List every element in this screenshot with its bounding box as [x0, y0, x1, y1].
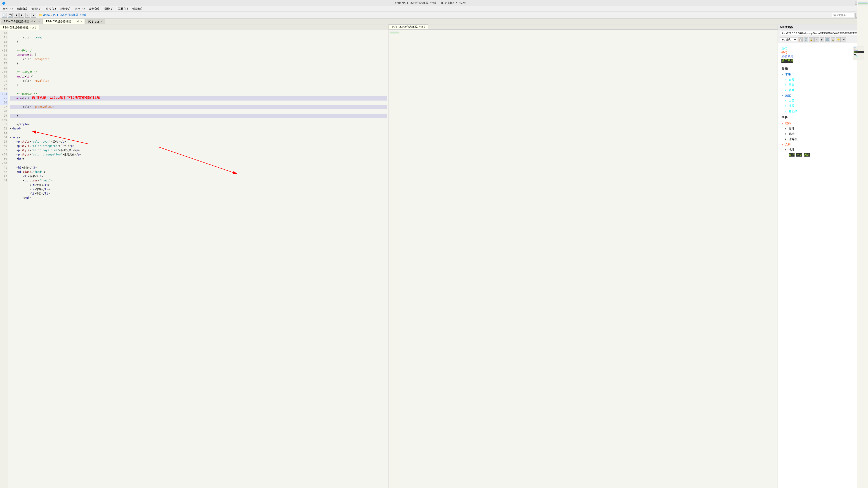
editor-left-tab[interactable]: P24-CSS组合选择器.html [0, 25, 39, 30]
editor-right-tab[interactable]: P24-CSS组合选择器.html [389, 24, 428, 29]
veg-item: 蔬菜 [785, 93, 864, 98]
ln20: 20 [0, 74, 8, 79]
code-line-15: color: orangered; [10, 58, 51, 61]
menu-publish[interactable]: 发行(U) [87, 6, 101, 11]
url-input[interactable] [780, 31, 866, 35]
browser-title: Web浏览器 [780, 25, 793, 29]
tab-p21css[interactable]: P21.css ✕ [85, 19, 105, 24]
bookmark-button[interactable]: ☆ [25, 13, 30, 18]
ln15: 15 [0, 53, 8, 57]
menu-find[interactable]: 查找(I) [44, 6, 58, 11]
fold-30[interactable]: ▼ [2, 119, 3, 122]
code-line-44: </ul> [10, 196, 31, 199]
editor-right-tabs: P24-CSS组合选择器.html [389, 24, 778, 30]
tab-p21css-close[interactable]: ✕ [101, 20, 102, 23]
save-button[interactable]: 💾 [8, 13, 13, 18]
breadcrumb-sep1: › [51, 13, 52, 17]
browser-content: 后代 子代 相邻兄弟 通用兄弟 食物 • 水果 ◦ 香蕉 后代 子代 相邻兄弟 … [778, 43, 868, 488]
arts-item: 文科 [785, 142, 864, 147]
browser-star-icon[interactable]: ⭐ [836, 37, 841, 42]
tab-p23[interactable]: P23-CSS基础选择器.html ✕ [1, 19, 43, 24]
ln38: ▼38 [0, 153, 8, 157]
fold-40[interactable]: ▼ [2, 162, 3, 165]
sci-jisuanji: 计算机 [789, 136, 864, 142]
browser-forward-icon[interactable]: ▶ [820, 37, 825, 42]
fruit-sublist: 香蕉 苹果 香梨 [789, 77, 864, 93]
ln29: 29 [0, 113, 8, 118]
menu-edit[interactable]: 编辑(E) [16, 6, 29, 11]
science-sublist: 物理 化学 计算机 [789, 126, 864, 142]
fruit-xiangli: 香梨 [789, 88, 864, 93]
ln23: 23 [0, 88, 8, 92]
ln18: 18 [0, 66, 8, 70]
ln16: 16 [0, 57, 8, 61]
menu-tools[interactable]: 工具(T) [116, 6, 130, 11]
editor-left-content[interactable]: 10 11 12 13 ▼14 15 16 17 18 ▼19 20 21 22… [0, 30, 389, 488]
code-line-13: /* 子代 */ [10, 49, 32, 52]
browser-menu-icon[interactable]: ≡ [842, 37, 846, 42]
ln12: 12 [0, 40, 8, 44]
menu-file[interactable]: 文件(F) [1, 6, 15, 11]
veg-sublist: 白菜 油菜 卷心菜 [789, 98, 864, 114]
tab-p24-close[interactable]: ✕ [81, 20, 82, 23]
code-line-10: color: cyan; [10, 36, 43, 39]
code-line-11: } [10, 40, 18, 43]
code-line-34: <p style="color:greenyellow">通用兄弟</p> [10, 153, 81, 156]
menu-run[interactable]: 运行(R) [73, 6, 87, 11]
ln41: 41 [0, 166, 8, 170]
editor-right-tab-label: P24-CSS组合选择器.html [392, 25, 425, 29]
browser-reload-icon[interactable]: 🔄 [825, 37, 830, 42]
browser-refresh-icon[interactable]: 🔄 [804, 37, 808, 42]
minimap-right [389, 30, 400, 488]
code-text-left[interactable]: color: cyan; } /* 子代 */ .course>li { col… [8, 30, 389, 488]
tab-p21css-label: P21.css [88, 20, 100, 23]
window-title: demo/P24-CSS组合选择器.html - HBuilder X 4.29 [6, 1, 855, 5]
code-line-14: .course>li { [10, 53, 36, 57]
editor-left-tab-label: P24-CSS组合选择器.html [3, 26, 36, 30]
menu-goto[interactable]: 跳转(G) [59, 6, 72, 11]
toolbar: 📄 💾 ◀ ▶ ☆ ▶ 📁 demo › P24-CSS组合选择器.html ▼… [0, 12, 868, 19]
breadcrumb-icon: 📁 [39, 13, 42, 17]
menu-view[interactable]: 视图(V) [102, 6, 116, 11]
file-search-input[interactable] [832, 13, 855, 17]
ln19: ▼19 [0, 70, 8, 74]
forward-button[interactable]: ▶ [20, 13, 24, 18]
menu-select[interactable]: 选择(S) [30, 6, 43, 11]
arts-dili: 地理 [789, 147, 864, 152]
veg-juanxincai: 卷心菜 [789, 109, 864, 114]
ln39: 39 [0, 157, 8, 161]
run-button[interactable]: ▶ [31, 13, 36, 18]
sci-huaxue: 化学 [789, 131, 864, 136]
breadcrumb-demo[interactable]: demo [43, 13, 50, 17]
fold-19[interactable]: ▼ [2, 71, 3, 74]
code-line-38: <ul class="food" > [10, 170, 46, 173]
sci-wuli: 物理 [789, 126, 864, 131]
fold-14[interactable]: ▼ [2, 49, 3, 52]
ln36: 36 [0, 144, 8, 148]
ln11: 11 [0, 35, 8, 40]
ln33: 33 [0, 131, 8, 135]
back-button[interactable]: ◀ [13, 13, 19, 18]
ln43: 43 [0, 174, 8, 178]
new-file-button[interactable]: 📄 [2, 13, 7, 18]
editor-right: P24-CSS组合选择器.html ▼46 47 48 49 50 51 52 … [389, 24, 778, 488]
tab-p23-close[interactable]: ✕ [38, 20, 40, 23]
tab-p24[interactable]: P24-CSS组合选择器.html ✕ [43, 19, 85, 24]
line-numbers-left: 10 11 12 13 ▼14 15 16 17 18 ▼19 20 21 22… [0, 30, 8, 488]
browser-lock-icon[interactable]: 🔒 [809, 37, 813, 42]
menu-help[interactable]: 帮助(H) [130, 6, 145, 11]
code-line-32: <p style="color:orangered">子代 </p> [10, 144, 74, 148]
browser-mode-select[interactable]: PC模式 移动模式 [780, 37, 797, 42]
title-bar: 🔷 demo/P24-CSS组合选择器.html - HBuilder X 4.… [0, 0, 868, 6]
breadcrumb-file[interactable]: P24-CSS组合选择器.html [53, 13, 86, 17]
code-line-43: <li>香梨</li> [10, 192, 50, 195]
ln30: ▼30 [0, 118, 8, 122]
fruit-pingguo: 苹果 [789, 82, 864, 88]
breadcrumb: 📁 demo › P24-CSS组合选择器.html [39, 13, 86, 17]
fold-24[interactable]: ▼ [2, 92, 3, 96]
arts-lishi: 历史 [796, 153, 802, 157]
fold-38[interactable]: ▼ [2, 153, 3, 156]
browser-back-icon[interactable]: ◀ [814, 37, 819, 42]
browser-copy-icon[interactable]: 📋 [798, 37, 803, 42]
browser-home-icon[interactable]: 🏠 [831, 37, 835, 42]
